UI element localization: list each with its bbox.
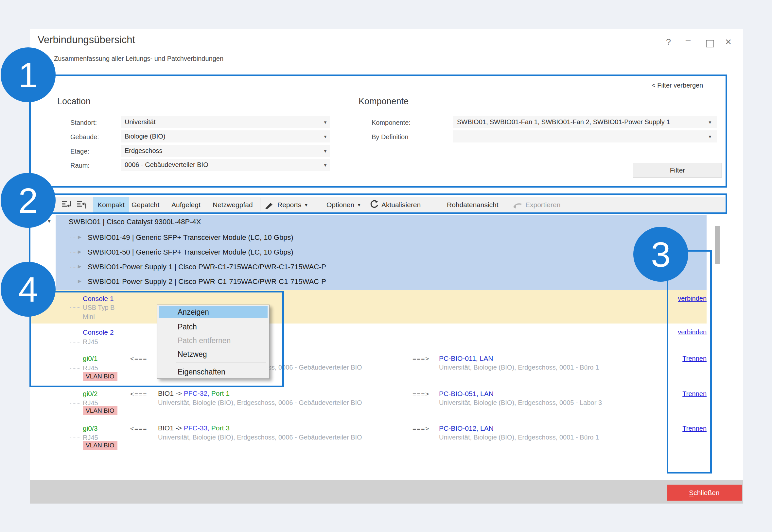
chevron-down-icon[interactable]: ▼ <box>323 134 327 139</box>
selected-port-row-highlight <box>31 290 707 324</box>
menu-item-anzeigen[interactable]: Anzeigen <box>177 305 209 319</box>
raum-select[interactable]: 0006 - Gebäudeverteiler BIO <box>121 159 330 171</box>
gebaeude-label: Gebäude: <box>70 133 99 141</box>
port-name[interactable]: gi0/3 <box>83 424 98 432</box>
standort-label: Standort: <box>70 119 97 126</box>
tab-netzwegpfad[interactable]: Netzwegpfad <box>213 197 253 212</box>
verbinden-link[interactable]: verbinden <box>678 328 707 336</box>
export-icon <box>512 201 523 209</box>
port-name[interactable]: Console 2 <box>83 328 114 336</box>
komponente-value: SWBIO01, SWBIO01-Fan 1, SWBIO01-Fan 2, S… <box>457 118 670 125</box>
gebaeude-value: Biologie (BIO) <box>125 133 165 140</box>
incoming-path: BIO1 -> PFC-33, Port 3 <box>158 424 230 432</box>
component-section-title: Komponente <box>359 96 409 107</box>
incoming-location: Universität, Biologie (BIO), Erdgeschoss… <box>158 399 362 407</box>
expand-all-icon[interactable] <box>76 200 88 210</box>
hide-filter-link[interactable]: < Filter verbergen <box>652 82 703 89</box>
context-menu: Anzeigen Patch Patch entfernen Netzweg E… <box>157 305 270 379</box>
tree-expander-closed-icon[interactable]: ▶ <box>78 278 81 284</box>
menu-item-eigenschaften[interactable]: Eigenschaften <box>177 365 226 379</box>
outgoing-location: Universität, Biologie (BIO), Erdgeschoss… <box>439 399 602 407</box>
path-device-link[interactable]: PFC-33, <box>184 424 210 432</box>
minimize-icon[interactable]: – <box>686 35 691 45</box>
refresh-icon[interactable] <box>369 200 379 209</box>
page-title: Verbindungsübersicht <box>38 34 135 46</box>
menu-item-netzweg[interactable]: Netzweg <box>177 347 207 361</box>
etage-value: Erdgeschoss <box>125 147 162 154</box>
tree-node[interactable]: SWBIO01-Power Supply 1 | Cisco PWR-C1-71… <box>88 263 326 271</box>
port-connector-type: RJ45 <box>83 399 98 407</box>
close-icon[interactable]: ✕ <box>725 37 732 47</box>
gebaeude-select[interactable]: Biologie (BIO) <box>121 130 330 142</box>
tree-guide-line <box>70 342 80 342</box>
verbinden-link[interactable]: verbinden <box>678 295 707 302</box>
incoming-path: BIO1 -> PFC-32, Port 1 <box>158 390 230 397</box>
vertical-scrollbar[interactable] <box>715 226 720 264</box>
reports-label: Reports <box>277 201 302 208</box>
optionen-menu[interactable]: Optionen▼ <box>327 197 361 212</box>
tree-root-node[interactable]: SWBIO01 | Cisco Catalyst 9300L-48P-4X <box>69 218 201 226</box>
tree-expander-closed-icon[interactable]: ▶ <box>78 264 81 269</box>
connected-device-link[interactable]: PC-BIO-011, LAN <box>439 355 493 362</box>
reports-menu[interactable]: Reports▼ <box>277 197 308 212</box>
trennen-link[interactable]: Trennen <box>682 390 707 398</box>
chevron-down-icon[interactable]: ▼ <box>323 120 327 125</box>
screenshot-stage: Verbindungsübersicht Zusammenfassung all… <box>0 0 772 532</box>
vlan-badge: VLAN BIO <box>83 406 117 415</box>
by-definition-label: By Definition <box>372 133 408 141</box>
optionen-label: Optionen <box>327 201 354 208</box>
filter-button[interactable]: Filter <box>633 163 722 177</box>
footer-bar <box>30 480 743 504</box>
tree-expander-closed-icon[interactable]: ▶ <box>78 234 81 240</box>
tree-node[interactable]: SWBIO01-Power Supply 2 | Cisco PWR-C1-71… <box>88 277 326 286</box>
komponente-select[interactable]: SWBIO01, SWBIO01-Fan 1, SWBIO01-Fan 2, S… <box>453 116 717 128</box>
chevron-down-icon[interactable]: ▼ <box>708 134 712 139</box>
tree-node[interactable]: SWBIO01-50 | Generic SFP+ Transceiver Mo… <box>88 248 294 257</box>
tree-guide-line <box>70 403 80 404</box>
connected-device-link[interactable]: PC-BIO-051, LAN <box>439 390 494 398</box>
collapse-all-icon[interactable] <box>61 200 73 210</box>
menu-item-patch[interactable]: Patch <box>177 320 197 334</box>
menu-item-patch-entfernen[interactable]: Patch entfernen <box>177 334 231 347</box>
tree-guide-line <box>70 438 80 438</box>
path-port: Port 1 <box>210 390 230 397</box>
tab-aufgelegt[interactable]: Aufgelegt <box>171 197 201 212</box>
tree-guide-line <box>70 307 80 308</box>
trennen-link[interactable]: Trennen <box>682 355 707 362</box>
tree-expander-closed-icon[interactable]: ▶ <box>78 249 81 254</box>
port-name[interactable]: Console 1 <box>83 295 114 303</box>
path-device-link[interactable]: PFC-32, <box>184 390 210 397</box>
tab-kompakt[interactable]: Kompakt <box>93 197 129 212</box>
path-prefix: BIO1 -> <box>158 424 184 432</box>
port-name[interactable]: gi0/2 <box>83 390 98 398</box>
outgoing-arrow: ===> <box>412 425 429 432</box>
chevron-down-icon[interactable]: ▼ <box>323 163 327 168</box>
raum-label: Raum: <box>70 162 90 169</box>
outgoing-location: Universität, Biologie (BIO), Erdgeschoss… <box>439 364 599 371</box>
location-section-title: Location <box>57 96 91 107</box>
outgoing-location: Universität, Biologie (BIO), Erdgeschoss… <box>439 434 599 441</box>
chevron-down-icon[interactable]: ▼ <box>708 120 712 125</box>
aktualisieren-button[interactable]: Aktualisieren <box>381 197 421 212</box>
etage-select[interactable]: Erdgeschoss <box>121 145 330 157</box>
tab-gepatcht[interactable]: Gepatcht <box>131 197 159 212</box>
help-icon[interactable]: ? <box>666 37 671 47</box>
raum-value: 0006 - Gebäudeverteiler BIO <box>125 161 209 168</box>
tree-node[interactable]: SWBIO01-49 | Generic SFP+ Transceiver Mo… <box>88 233 294 242</box>
port-connector-type: RJ45 <box>83 434 98 441</box>
by-definition-select[interactable] <box>453 130 717 142</box>
rohdatenansicht-button[interactable]: Rohdatenansicht <box>447 197 498 212</box>
callout-badge-4: 4 <box>1 262 56 317</box>
exportieren-button[interactable]: Exportieren <box>525 197 560 212</box>
menu-item-highlight <box>159 306 268 318</box>
connected-device-link[interactable]: PC-BIO-012, LAN <box>439 424 494 432</box>
port-name[interactable]: gi0/1 <box>83 355 98 362</box>
schliessen-button[interactable]: Schließen <box>667 485 742 501</box>
outgoing-arrow: ===> <box>412 391 429 398</box>
maximize-icon[interactable] <box>706 40 714 47</box>
trennen-link[interactable]: Trennen <box>682 425 707 432</box>
incoming-location: Universität, Biologie (BIO), Erdgeschoss… <box>158 434 362 441</box>
chevron-down-icon[interactable]: ▼ <box>323 149 327 154</box>
tree-guide-line <box>70 368 80 369</box>
standort-select[interactable]: Universität <box>121 116 330 128</box>
